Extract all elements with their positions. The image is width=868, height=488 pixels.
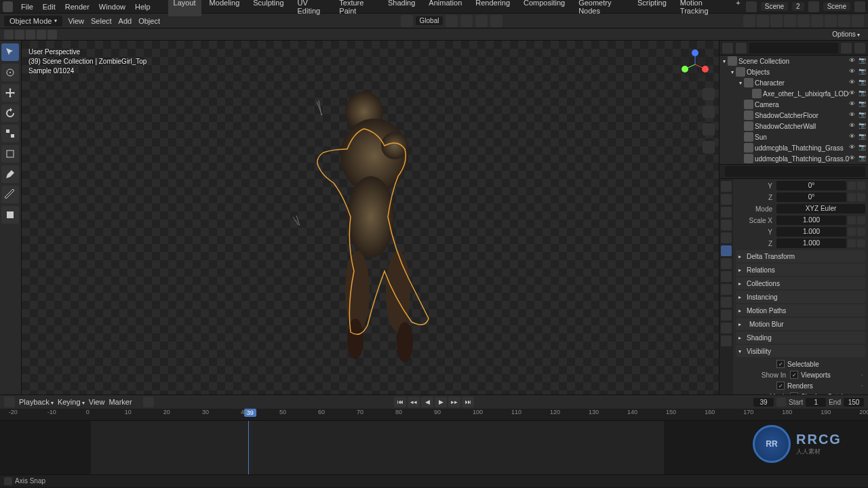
orientation-dropdown[interactable]: Global: [416, 16, 443, 25]
ptab-material[interactable]: [721, 323, 732, 333]
snap-icon[interactable]: [460, 15, 473, 27]
cb-renders[interactable]: [776, 382, 785, 390]
character-mesh[interactable]: [286, 81, 476, 380]
move-tool[interactable]: [1, 84, 19, 102]
gizmo-toggle-icon[interactable]: [757, 15, 769, 27]
rot-y-anim[interactable]: [857, 182, 865, 190]
selmode-3-icon[interactable]: [26, 30, 35, 39]
prop-edit-icon[interactable]: [490, 15, 502, 27]
select-tool[interactable]: [1, 43, 19, 61]
panel-relations[interactable]: ▸Relations: [736, 264, 865, 276]
pause-icon[interactable]: [852, 15, 864, 27]
tab-uv[interactable]: UV Editing: [292, 0, 332, 16]
cb-shadowcatcher[interactable]: [790, 392, 798, 394]
panel-shading[interactable]: ▸Shading: [736, 331, 865, 344]
add-menu[interactable]: Add: [119, 17, 132, 25]
rot-y-lock[interactable]: [848, 182, 856, 190]
mode-dropdown[interactable]: Object Mode: [4, 16, 62, 26]
view-select-icon[interactable]: [743, 15, 755, 27]
cb-selectable[interactable]: [776, 360, 785, 368]
view-menu[interactable]: View: [68, 17, 84, 25]
orientation-icon[interactable]: [401, 15, 413, 27]
rotate-tool[interactable]: [1, 104, 19, 122]
shading-wire-icon[interactable]: [797, 15, 810, 27]
play-icon[interactable]: ▶: [435, 396, 447, 407]
scale-x-anim[interactable]: [857, 216, 865, 224]
current-frame-field[interactable]: 39: [753, 398, 774, 407]
options-dropdown[interactable]: Options: [828, 29, 864, 39]
ptab-constraint[interactable]: [721, 297, 732, 308]
ptab-physics[interactable]: [721, 284, 732, 295]
scene-field[interactable]: Scene: [761, 2, 788, 11]
cursor-tool[interactable]: [1, 64, 19, 81]
scale-tool[interactable]: [1, 125, 19, 142]
playback-menu[interactable]: Playback: [19, 398, 54, 406]
rot-mode-field[interactable]: XYZ Euler: [776, 204, 865, 214]
menu-edit[interactable]: Edit: [39, 1, 60, 12]
tab-add[interactable]: +: [730, 0, 745, 16]
tab-motiontrack[interactable]: Motion Tracking: [675, 0, 728, 16]
ptab-data[interactable]: [721, 310, 732, 321]
outliner-filter-icon[interactable]: [841, 43, 852, 54]
outliner-row[interactable]: ▾Objects👁📷: [719, 66, 868, 77]
zoom-icon[interactable]: [703, 88, 715, 100]
ptab-scene[interactable]: [721, 220, 732, 230]
tab-shading[interactable]: Shading: [382, 0, 420, 16]
ptab-object[interactable]: [721, 245, 732, 256]
rot-z-lock[interactable]: [848, 193, 856, 201]
scale-z-lock[interactable]: [848, 239, 856, 247]
pivot-icon[interactable]: [446, 15, 458, 27]
xray-icon[interactable]: [784, 15, 796, 27]
autokey-icon[interactable]: [143, 396, 154, 407]
keying-menu[interactable]: Keying: [58, 398, 85, 406]
scale-z-anim[interactable]: [857, 239, 865, 247]
keyframe-prev-icon[interactable]: ◂◂: [408, 396, 420, 407]
select-menu[interactable]: Select: [91, 17, 112, 25]
panel-visibility[interactable]: ▾Visibility: [736, 345, 865, 357]
rot-z-field[interactable]: 0°: [776, 192, 846, 202]
perspective-icon[interactable]: [703, 141, 715, 153]
transform-tool[interactable]: [1, 145, 19, 163]
panel-delta[interactable]: ▸Delta Transform: [736, 250, 865, 262]
selmode-4-icon[interactable]: [37, 30, 46, 39]
scale-x-field[interactable]: 1.000: [776, 216, 846, 225]
viewlayer-icon[interactable]: [808, 1, 819, 12]
outliner-row[interactable]: uddmcgbla_Thatching_Grass👁📷: [719, 142, 868, 153]
timeline-track[interactable]: [0, 421, 868, 474]
outliner-row[interactable]: Axe_other_L_uhixiqrfa_LOD0.001👁📷: [719, 88, 868, 99]
ptab-modifier[interactable]: [721, 258, 732, 269]
keyframe-next-icon[interactable]: ▸▸: [448, 396, 460, 407]
tab-compositing[interactable]: Compositing: [518, 0, 570, 16]
shading-solid-icon[interactable]: [811, 15, 823, 27]
tab-geonodes[interactable]: Geometry Nodes: [573, 0, 629, 16]
shading-matprev-icon[interactable]: [825, 15, 837, 27]
viewlayer-field[interactable]: Scene: [823, 2, 850, 11]
selmode-5-icon[interactable]: [47, 30, 57, 39]
scale-x-lock[interactable]: [848, 216, 856, 224]
outliner-display-icon[interactable]: [736, 43, 747, 54]
tab-scripting[interactable]: Scripting: [632, 0, 672, 16]
ptab-world[interactable]: [721, 232, 732, 243]
outliner-row[interactable]: ShadowCatcherFloor👁📷: [719, 110, 868, 121]
measure-tool[interactable]: [1, 186, 19, 203]
outliner-row[interactable]: Camera👁📷: [719, 99, 868, 110]
end-frame-field[interactable]: 150: [844, 398, 864, 407]
menu-file[interactable]: File: [17, 1, 37, 12]
timeline-view-menu[interactable]: View: [89, 398, 105, 406]
scale-y-field[interactable]: 1.000: [776, 227, 846, 237]
scene-num[interactable]: 2: [792, 2, 804, 11]
selmode-2-icon[interactable]: [15, 30, 24, 39]
tab-sculpting[interactable]: Sculpting: [248, 0, 289, 16]
tab-animation[interactable]: Animation: [423, 0, 467, 16]
timeline-editor-icon[interactable]: [4, 396, 15, 407]
panel-motionblur[interactable]: ▸Motion Blur: [736, 318, 865, 330]
shading-render-icon[interactable]: [838, 15, 850, 27]
menu-render[interactable]: Render: [61, 1, 94, 12]
props-search[interactable]: [725, 166, 865, 177]
addcube-tool[interactable]: [1, 206, 19, 224]
ptab-viewlayer[interactable]: [721, 207, 732, 218]
jump-end-icon[interactable]: ⏭: [462, 396, 474, 407]
rot-y-field[interactable]: 0°: [776, 181, 846, 190]
tab-modeling[interactable]: Modeling: [204, 0, 245, 16]
camera-view-icon[interactable]: [703, 123, 715, 136]
